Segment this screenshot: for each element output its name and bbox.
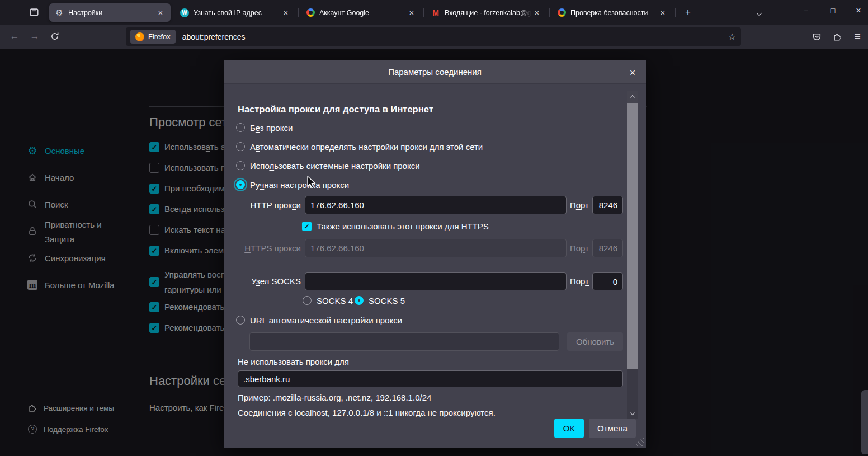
radio-row-socks4: SOCKS 4 <box>303 295 353 305</box>
radio-label: Использовать системные настройки прокси <box>250 161 420 171</box>
radio-label: SOCKS 4 <box>317 296 353 305</box>
tab-title: Проверка безопасности <box>570 9 657 17</box>
puzzle-icon <box>833 32 842 41</box>
gear-icon: ⚙ <box>55 8 64 17</box>
list-all-tabs-button[interactable] <box>752 6 766 20</box>
firefox-view-button[interactable] <box>26 4 43 20</box>
tab-separator <box>675 8 676 17</box>
reload-pac-button: Обновить <box>567 332 623 351</box>
google-icon <box>558 8 566 17</box>
no-proxy-label: Не использовать прокси для <box>238 357 349 366</box>
tab-separator <box>549 8 550 17</box>
tab-settings[interactable]: ⚙ Настройки × <box>49 3 171 22</box>
tab-security-check[interactable]: Проверка безопасности × <box>551 3 673 22</box>
tab-separator <box>423 8 424 17</box>
dialog-titlebar: Параметры соединения × <box>224 60 646 84</box>
no-proxy-input[interactable] <box>238 370 623 387</box>
maximize-button[interactable]: □ <box>820 0 846 21</box>
radio-label: Ручная настройка прокси <box>250 180 349 190</box>
radio-label: SOCKS 5 <box>369 296 405 305</box>
https-port-label: Порт <box>567 239 589 257</box>
bookmark-star-icon[interactable]: ☆ <box>728 31 736 42</box>
tab-close-icon[interactable]: × <box>280 7 291 18</box>
socks-host-label: Узел SOCKS <box>238 272 301 290</box>
site-favicon <box>306 8 315 17</box>
http-port-input[interactable] <box>592 196 623 214</box>
reload-icon <box>50 32 59 41</box>
mouse-cursor <box>305 176 318 189</box>
dialog-close-icon[interactable]: × <box>626 67 639 79</box>
dialog-scrollbar[interactable] <box>627 91 638 419</box>
localhost-note: Соединения с localhost, 127.0.0.1/8 и ::… <box>238 408 496 417</box>
window-close-button[interactable]: × <box>846 0 868 21</box>
tab-close-icon[interactable]: × <box>657 7 668 18</box>
cancel-button[interactable]: Отмена <box>589 419 636 438</box>
proxy-heading: Настройка прокси для доступа в Интернет <box>238 104 433 115</box>
reload-button[interactable] <box>46 27 64 45</box>
dialog-scrollbar-thumb[interactable] <box>627 103 638 369</box>
https-port-input <box>592 239 623 257</box>
tab-google-account[interactable]: Аккаунт Google × <box>300 3 422 22</box>
url-text: about:preferences <box>182 32 246 41</box>
tab-bar: ⚙ Настройки × W Узнать свой IP адрес × А… <box>0 0 868 25</box>
identity-chip[interactable]: Firefox <box>130 30 176 44</box>
scroll-down-button[interactable] <box>627 407 638 419</box>
radio-socks5[interactable] <box>355 296 364 305</box>
scroll-up-button[interactable] <box>627 91 638 103</box>
forward-button[interactable]: → <box>26 27 44 45</box>
site-favicon <box>557 8 566 17</box>
dialog-title: Параметры соединения <box>388 67 482 77</box>
radio-row-manual-proxy: Ручная настройка прокси <box>236 180 349 190</box>
tab-close-icon[interactable]: × <box>406 7 417 18</box>
tab-close-icon[interactable]: × <box>155 7 166 18</box>
http-port-label: Порт <box>567 196 589 214</box>
firefox-logo-icon <box>135 32 144 41</box>
page-scrollbar-thumb[interactable] <box>861 390 868 454</box>
radio-auto-detect[interactable] <box>236 142 245 151</box>
socks-host-input[interactable] <box>305 272 567 290</box>
radio-manual-proxy[interactable] <box>236 180 245 189</box>
url-bar[interactable]: Firefox about:preferences ☆ <box>126 27 741 46</box>
radio-row-system-proxy: Использовать системные настройки прокси <box>236 161 420 171</box>
site-favicon: W <box>180 8 189 17</box>
https-proxy-input <box>305 239 567 257</box>
socks-port-label: Порт <box>567 272 589 290</box>
extensions-button[interactable] <box>828 27 846 45</box>
tab-gmail-inbox[interactable]: M Входящие - forzenkalab@gmai × <box>426 3 547 22</box>
chevron-down-icon <box>756 10 762 16</box>
radio-no-proxy[interactable] <box>236 123 245 132</box>
firefox-view-icon <box>29 7 39 17</box>
radio-system-proxy[interactable] <box>236 161 245 170</box>
checkbox-label: Также использовать этот прокси для HTTPS <box>317 222 489 231</box>
radio-label: URL автоматической настройки прокси <box>250 316 402 325</box>
app-menu-button[interactable]: ≡ <box>848 27 866 45</box>
tab-title: Входящие - forzenkalab@gmai <box>445 9 531 17</box>
tab-close-icon[interactable]: × <box>531 7 542 18</box>
tab-title: Настройки <box>68 9 155 17</box>
radio-label: Без прокси <box>250 123 293 133</box>
tab-title: Узнать свой IP адрес <box>194 9 280 17</box>
radio-autoconfig-url[interactable] <box>236 316 245 325</box>
radio-row-auto-detect: Автоматически определять настройки прокс… <box>236 142 483 152</box>
socks-port-input[interactable] <box>592 272 623 290</box>
navigation-toolbar: ← → Firefox about:preferences ☆ ≡ <box>0 25 868 49</box>
pocket-button[interactable] <box>808 27 825 45</box>
tab-title: Аккаунт Google <box>319 9 406 17</box>
tab-ip-address[interactable]: W Узнать свой IP адрес × <box>174 3 296 22</box>
http-proxy-label: HTTP прокси <box>238 196 301 214</box>
radio-label: Автоматически определять настройки прокс… <box>250 142 483 152</box>
radio-socks4[interactable] <box>303 296 312 305</box>
radio-row-autoconfig-url: URL автоматической настройки прокси <box>236 315 402 325</box>
chevron-up-icon <box>630 95 634 99</box>
w-circle-icon: W <box>180 8 189 17</box>
http-proxy-input[interactable] <box>305 196 567 214</box>
https-share-checkbox[interactable]: ✓ <box>302 222 312 231</box>
page-content: ⚙ Основные Начало Поиск Приватность иЗащ… <box>0 49 868 456</box>
ok-button[interactable]: OK <box>554 419 584 438</box>
dialog-resize-grip[interactable] <box>634 436 644 446</box>
back-button[interactable]: ← <box>6 27 23 45</box>
gmail-icon: M <box>431 8 440 17</box>
minimize-button[interactable]: − <box>793 0 819 21</box>
radio-row-no-proxy: Без прокси <box>236 123 293 133</box>
new-tab-button[interactable]: + <box>680 4 696 20</box>
